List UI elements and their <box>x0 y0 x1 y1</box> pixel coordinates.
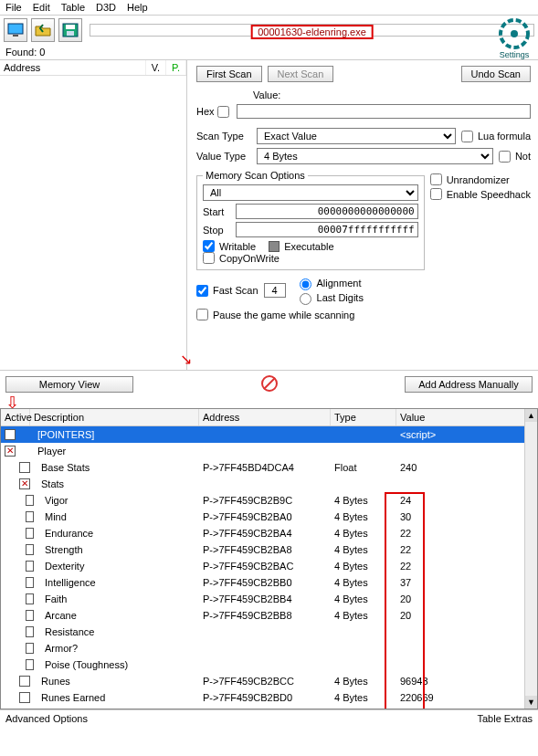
col-value2[interactable]: Value <box>396 409 537 425</box>
copyonwrite-checkbox[interactable]: CopyOnWrite <box>203 252 280 264</box>
active-checkbox[interactable] <box>19 478 30 489</box>
lua-formula-checkbox[interactable]: Lua formula <box>461 131 531 142</box>
memory-scan-options: Memory Scan Options All Start Stop Writa… <box>196 170 425 270</box>
table-row[interactable]: Armor? <box>1 640 537 656</box>
table-row[interactable]: Runes EarnedP->7FF459CB2BD04 Bytes220669 <box>1 689 537 706</box>
menu-d3d[interactable]: D3D <box>96 2 116 13</box>
first-scan-button[interactable]: First Scan <box>196 66 262 82</box>
table-row[interactable]: VigorP->7FF459CB2B9C4 Bytes24 <box>1 492 537 509</box>
table-row[interactable]: EnduranceP->7FF459CB2BA44 Bytes22 <box>1 525 537 541</box>
active-checkbox[interactable] <box>19 462 30 473</box>
midbar: Memory View Add Address Manually <box>0 370 538 397</box>
table-row[interactable]: RunesP->7FF459CB2BCC4 Bytes96943 <box>1 673 537 689</box>
col-address[interactable]: Address <box>0 60 146 75</box>
active-checkbox[interactable] <box>26 626 34 637</box>
active-checkbox[interactable] <box>5 429 16 440</box>
add-address-manually-button[interactable]: Add Address Manually <box>405 376 533 393</box>
open-file-button[interactable] <box>31 18 55 42</box>
save-button[interactable] <box>58 18 82 42</box>
advanced-options-button[interactable]: Advanced Options <box>5 713 88 724</box>
table-row[interactable]: DexterityP->7FF459CB2BAC4 Bytes22 <box>1 558 537 574</box>
col-active[interactable]: Active <box>1 409 30 425</box>
upper-panel: Address V. P. ↘ First Scan Next Scan Und… <box>0 59 538 370</box>
start-input[interactable] <box>236 204 418 219</box>
found-count: Found: 0 <box>0 45 538 59</box>
scroll-down-icon[interactable]: ▼ <box>525 696 537 709</box>
menu-file[interactable]: File <box>5 2 22 13</box>
writable-checkbox[interactable]: Writable <box>203 240 256 252</box>
active-checkbox[interactable] <box>26 495 34 506</box>
not-checkbox[interactable]: Not <box>499 151 531 163</box>
svg-line-8 <box>264 378 275 389</box>
executable-checkbox[interactable]: Executable <box>269 241 333 252</box>
row-address: P->7FF459CB2BA8 <box>203 544 334 555</box>
table-row[interactable]: MindP->7FF459CB2BA04 Bytes30 <box>1 509 537 525</box>
table-row[interactable]: ArcaneP->7FF459CB2BB84 Bytes20 <box>1 607 537 624</box>
process-bar[interactable]: 00001630-eldenring.exe <box>90 24 534 37</box>
settings-link[interactable]: Settings <box>494 50 534 59</box>
select-process-button[interactable] <box>4 18 27 42</box>
active-checkbox[interactable] <box>26 643 34 654</box>
alignment-radio[interactable]: Alignment <box>295 276 364 290</box>
col-type[interactable]: Type <box>331 409 396 425</box>
col-value[interactable]: V. <box>146 60 166 75</box>
table-row[interactable]: Resistance <box>1 624 537 640</box>
folder-open-icon <box>35 23 51 37</box>
memory-view-button[interactable]: Memory View <box>5 376 133 393</box>
scan-type-select[interactable]: Exact Value <box>257 128 456 144</box>
active-checkbox[interactable] <box>26 561 34 572</box>
stop-input[interactable] <box>236 222 418 237</box>
active-checkbox[interactable] <box>26 577 34 588</box>
mem-region-select[interactable]: All <box>203 184 418 201</box>
active-checkbox[interactable] <box>19 709 30 709</box>
col-description[interactable]: Description <box>30 409 199 425</box>
unrandomizer-checkbox[interactable]: Unrandomizer <box>430 173 531 185</box>
menu-edit[interactable]: Edit <box>33 2 50 13</box>
last-digits-radio[interactable]: Last Digits <box>295 290 364 305</box>
floppy-icon <box>62 23 79 37</box>
cheat-table[interactable]: Active Description Address Type Value [P… <box>0 408 538 709</box>
row-value: 24 <box>400 495 537 506</box>
row-type: 4 Bytes <box>334 692 400 703</box>
table-row[interactable]: Base StatsP->7FF45BD4DCA4Float240 <box>1 459 537 476</box>
row-description: Armor? <box>34 643 203 654</box>
active-checkbox[interactable] <box>26 593 34 604</box>
value-input[interactable] <box>237 104 531 119</box>
menu-help[interactable]: Help <box>127 2 148 13</box>
table-row[interactable]: [POINTERS]<script> <box>1 426 537 443</box>
table-row[interactable]: FaithP->7FF459CB2BB44 Bytes20 <box>1 591 537 607</box>
active-checkbox[interactable] <box>19 692 30 703</box>
table-extras-button[interactable]: Table Extras <box>477 713 533 724</box>
col-address2[interactable]: Address <box>199 409 331 425</box>
table-row[interactable]: LevelP->7FF459CB2BC84 Bytes42 <box>1 706 537 709</box>
table-row[interactable]: Poise (Toughness) <box>1 656 537 673</box>
active-checkbox[interactable] <box>26 544 34 555</box>
row-description: Arcane <box>34 610 203 621</box>
fast-scan-value[interactable] <box>264 283 286 298</box>
row-description: Intelligence <box>34 577 203 588</box>
hex-checkbox[interactable] <box>217 106 229 118</box>
row-description: Faith <box>34 593 203 604</box>
speedhack-checkbox[interactable]: Enable Speedhack <box>430 188 531 200</box>
scroll-up-icon[interactable]: ▲ <box>525 409 537 422</box>
menu-table[interactable]: Table <box>61 2 85 13</box>
active-checkbox[interactable] <box>26 610 34 621</box>
app-logo[interactable]: Settings <box>494 17 534 59</box>
undo-scan-button[interactable]: Undo Scan <box>461 66 531 82</box>
fast-scan-checkbox[interactable]: Fast Scan <box>196 285 258 297</box>
scan-results-list[interactable]: Address V. P. ↘ <box>0 60 187 370</box>
table-row[interactable]: IntelligenceP->7FF459CB2BB04 Bytes37 <box>1 574 537 591</box>
table-row[interactable]: Player <box>1 443 537 459</box>
value-type-select[interactable]: 4 Bytes <box>257 148 493 164</box>
active-checkbox[interactable] <box>5 446 16 457</box>
col-previous[interactable]: P. <box>166 60 186 75</box>
active-checkbox[interactable] <box>26 659 34 670</box>
row-value: 220669 <box>400 692 537 703</box>
table-row[interactable]: Stats <box>1 476 537 492</box>
active-checkbox[interactable] <box>19 676 30 687</box>
table-scrollbar[interactable]: ▲ ▼ <box>524 409 537 709</box>
pause-game-checkbox[interactable]: Pause the game while scanning <box>196 309 354 320</box>
active-checkbox[interactable] <box>26 511 34 522</box>
table-row[interactable]: StrengthP->7FF459CB2BA84 Bytes22 <box>1 541 537 558</box>
active-checkbox[interactable] <box>26 528 34 539</box>
